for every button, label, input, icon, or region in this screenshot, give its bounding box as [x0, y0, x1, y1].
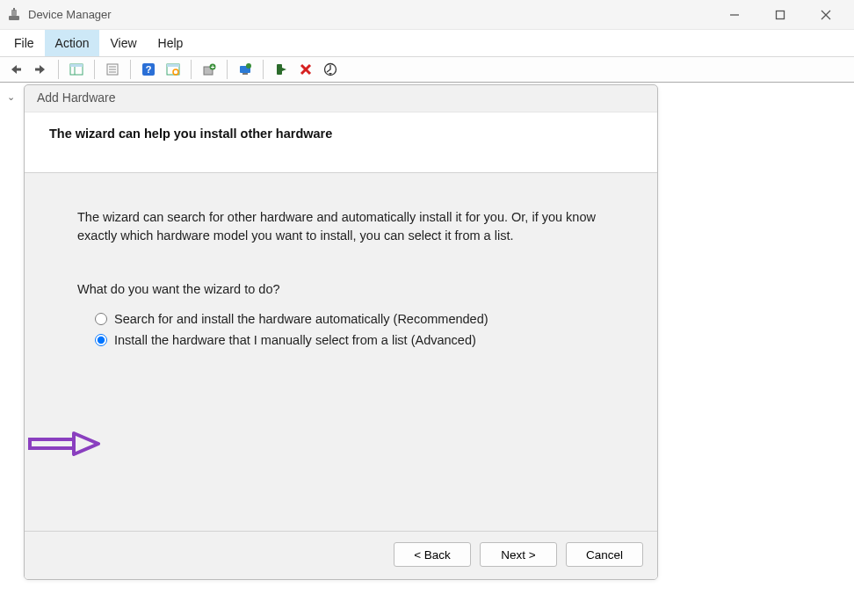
svg-rect-10: [70, 64, 83, 67]
svg-rect-0: [9, 16, 19, 20]
scan-hardware-icon[interactable]: [163, 59, 184, 80]
dialog-title: Add Hardware: [25, 85, 657, 112]
menu-help[interactable]: Help: [148, 30, 194, 56]
radio-manual-label: Install the hardware that I manually sel…: [114, 333, 476, 347]
annotation-arrow: [28, 431, 100, 456]
add-legacy-hardware-icon[interactable]: +: [199, 59, 220, 80]
toolbar-separator: [58, 60, 59, 79]
show-hide-tree-icon[interactable]: [66, 59, 87, 80]
back-arrow-icon[interactable]: [5, 59, 26, 80]
maximize-button[interactable]: [770, 4, 791, 25]
svg-point-26: [246, 63, 251, 69]
radio-option-manual[interactable]: Install the hardware that I manually sel…: [95, 330, 604, 351]
window-controls: [724, 4, 847, 25]
minimize-button[interactable]: [724, 4, 745, 25]
dialog-body: The wizard can search for other hardware…: [25, 173, 657, 531]
dialog-footer: < Back Next > Cancel: [25, 531, 657, 579]
menu-action[interactable]: Action: [45, 30, 100, 56]
svg-rect-33: [30, 439, 74, 448]
enable-device-icon[interactable]: [271, 59, 292, 80]
svg-rect-1: [11, 10, 17, 16]
svg-rect-25: [242, 73, 248, 75]
dialog-header-text: The wizard can help you install other ha…: [49, 127, 633, 141]
toolbar: ? +: [0, 56, 854, 83]
dialog-question: What do you want the wizard to do?: [77, 282, 604, 296]
svg-rect-27: [277, 64, 282, 75]
add-hardware-dialog: Add Hardware The wizard can help you ins…: [24, 84, 658, 580]
toolbar-separator: [94, 60, 95, 79]
cancel-button[interactable]: Cancel: [566, 542, 643, 567]
back-button[interactable]: < Back: [394, 542, 471, 567]
svg-point-20: [173, 69, 178, 75]
dialog-description: The wizard can search for other hardware…: [77, 208, 604, 245]
menubar: File Action View Help: [0, 30, 854, 56]
svg-rect-4: [777, 11, 785, 18]
radio-option-auto[interactable]: Search for and install the hardware auto…: [95, 308, 604, 330]
update-driver-icon[interactable]: [235, 59, 256, 80]
svg-rect-8: [35, 69, 40, 71]
svg-rect-19: [167, 64, 179, 67]
toolbar-separator: [191, 60, 192, 79]
radio-manual-input[interactable]: [95, 334, 107, 346]
forward-arrow-icon[interactable]: [30, 59, 51, 80]
app-icon: [7, 8, 21, 22]
toolbar-separator: [130, 60, 131, 79]
radio-auto-input[interactable]: [95, 313, 107, 325]
menu-view[interactable]: View: [99, 30, 147, 56]
radio-auto-label: Search for and install the hardware auto…: [114, 312, 489, 326]
svg-text:+: +: [211, 63, 215, 71]
menu-file[interactable]: File: [4, 30, 45, 56]
dialog-header: The wizard can help you install other ha…: [25, 112, 657, 173]
window-title: Device Manager: [28, 8, 112, 21]
svg-rect-2: [13, 8, 15, 11]
properties-icon[interactable]: [102, 59, 123, 80]
toolbar-separator: [227, 60, 228, 79]
tree-collapse-caret[interactable]: ⌄: [7, 91, 18, 103]
help-icon[interactable]: ?: [138, 59, 159, 80]
close-button[interactable]: [815, 4, 836, 25]
scan-refresh-icon[interactable]: [320, 59, 341, 80]
svg-rect-7: [17, 69, 21, 71]
svg-text:?: ?: [146, 64, 152, 75]
tree-panel: ⌄ Farica Add Hardware The wizard can hel…: [0, 83, 854, 616]
uninstall-icon[interactable]: [295, 59, 316, 80]
toolbar-separator: [263, 60, 264, 79]
next-button[interactable]: Next >: [480, 542, 557, 567]
titlebar: Device Manager: [0, 0, 854, 30]
